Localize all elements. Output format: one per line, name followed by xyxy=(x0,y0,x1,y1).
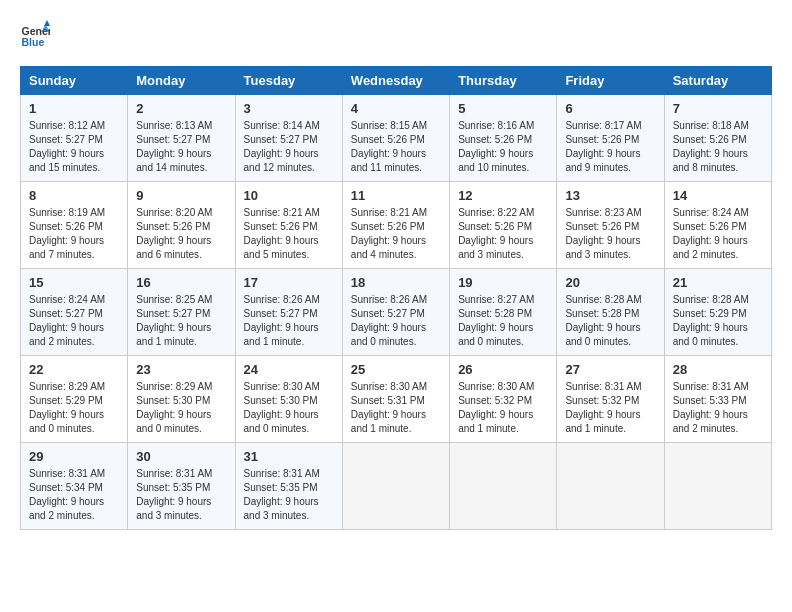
day-number: 11 xyxy=(351,188,441,203)
calendar-cell: 29 Sunrise: 8:31 AM Sunset: 5:34 PM Dayl… xyxy=(21,443,128,530)
day-info: Sunrise: 8:31 AM Sunset: 5:35 PM Dayligh… xyxy=(136,467,226,523)
day-number: 26 xyxy=(458,362,548,377)
weekday-header-row: SundayMondayTuesdayWednesdayThursdayFrid… xyxy=(21,67,772,95)
day-info: Sunrise: 8:19 AM Sunset: 5:26 PM Dayligh… xyxy=(29,206,119,262)
calendar-cell: 11 Sunrise: 8:21 AM Sunset: 5:26 PM Dayl… xyxy=(342,182,449,269)
day-info: Sunrise: 8:27 AM Sunset: 5:28 PM Dayligh… xyxy=(458,293,548,349)
calendar-cell: 19 Sunrise: 8:27 AM Sunset: 5:28 PM Dayl… xyxy=(450,269,557,356)
calendar-cell: 7 Sunrise: 8:18 AM Sunset: 5:26 PM Dayli… xyxy=(664,95,771,182)
calendar-cell: 2 Sunrise: 8:13 AM Sunset: 5:27 PM Dayli… xyxy=(128,95,235,182)
calendar-cell: 13 Sunrise: 8:23 AM Sunset: 5:26 PM Dayl… xyxy=(557,182,664,269)
day-info: Sunrise: 8:24 AM Sunset: 5:27 PM Dayligh… xyxy=(29,293,119,349)
calendar-body: 1 Sunrise: 8:12 AM Sunset: 5:27 PM Dayli… xyxy=(21,95,772,530)
calendar-cell: 10 Sunrise: 8:21 AM Sunset: 5:26 PM Dayl… xyxy=(235,182,342,269)
logo-icon: General Blue xyxy=(20,20,50,50)
calendar-table: SundayMondayTuesdayWednesdayThursdayFrid… xyxy=(20,66,772,530)
weekday-header-sunday: Sunday xyxy=(21,67,128,95)
day-info: Sunrise: 8:17 AM Sunset: 5:26 PM Dayligh… xyxy=(565,119,655,175)
day-number: 15 xyxy=(29,275,119,290)
day-number: 8 xyxy=(29,188,119,203)
calendar-cell: 8 Sunrise: 8:19 AM Sunset: 5:26 PM Dayli… xyxy=(21,182,128,269)
calendar-cell xyxy=(557,443,664,530)
calendar-cell xyxy=(664,443,771,530)
day-info: Sunrise: 8:14 AM Sunset: 5:27 PM Dayligh… xyxy=(244,119,334,175)
day-info: Sunrise: 8:13 AM Sunset: 5:27 PM Dayligh… xyxy=(136,119,226,175)
calendar-cell: 16 Sunrise: 8:25 AM Sunset: 5:27 PM Dayl… xyxy=(128,269,235,356)
page-header: General Blue xyxy=(20,20,772,50)
calendar-cell: 24 Sunrise: 8:30 AM Sunset: 5:30 PM Dayl… xyxy=(235,356,342,443)
day-info: Sunrise: 8:28 AM Sunset: 5:28 PM Dayligh… xyxy=(565,293,655,349)
calendar-week-2: 8 Sunrise: 8:19 AM Sunset: 5:26 PM Dayli… xyxy=(21,182,772,269)
day-number: 27 xyxy=(565,362,655,377)
day-number: 2 xyxy=(136,101,226,116)
calendar-week-5: 29 Sunrise: 8:31 AM Sunset: 5:34 PM Dayl… xyxy=(21,443,772,530)
day-info: Sunrise: 8:30 AM Sunset: 5:30 PM Dayligh… xyxy=(244,380,334,436)
logo: General Blue xyxy=(20,20,50,50)
calendar-cell: 22 Sunrise: 8:29 AM Sunset: 5:29 PM Dayl… xyxy=(21,356,128,443)
calendar-cell: 5 Sunrise: 8:16 AM Sunset: 5:26 PM Dayli… xyxy=(450,95,557,182)
day-info: Sunrise: 8:21 AM Sunset: 5:26 PM Dayligh… xyxy=(351,206,441,262)
day-info: Sunrise: 8:29 AM Sunset: 5:29 PM Dayligh… xyxy=(29,380,119,436)
calendar-cell: 23 Sunrise: 8:29 AM Sunset: 5:30 PM Dayl… xyxy=(128,356,235,443)
calendar-cell xyxy=(450,443,557,530)
day-info: Sunrise: 8:28 AM Sunset: 5:29 PM Dayligh… xyxy=(673,293,763,349)
calendar-week-3: 15 Sunrise: 8:24 AM Sunset: 5:27 PM Dayl… xyxy=(21,269,772,356)
calendar-cell: 12 Sunrise: 8:22 AM Sunset: 5:26 PM Dayl… xyxy=(450,182,557,269)
calendar-cell: 4 Sunrise: 8:15 AM Sunset: 5:26 PM Dayli… xyxy=(342,95,449,182)
day-info: Sunrise: 8:12 AM Sunset: 5:27 PM Dayligh… xyxy=(29,119,119,175)
day-info: Sunrise: 8:25 AM Sunset: 5:27 PM Dayligh… xyxy=(136,293,226,349)
day-number: 4 xyxy=(351,101,441,116)
calendar-cell: 27 Sunrise: 8:31 AM Sunset: 5:32 PM Dayl… xyxy=(557,356,664,443)
day-info: Sunrise: 8:15 AM Sunset: 5:26 PM Dayligh… xyxy=(351,119,441,175)
day-number: 22 xyxy=(29,362,119,377)
weekday-header-wednesday: Wednesday xyxy=(342,67,449,95)
day-info: Sunrise: 8:29 AM Sunset: 5:30 PM Dayligh… xyxy=(136,380,226,436)
calendar-cell: 1 Sunrise: 8:12 AM Sunset: 5:27 PM Dayli… xyxy=(21,95,128,182)
day-number: 14 xyxy=(673,188,763,203)
day-info: Sunrise: 8:20 AM Sunset: 5:26 PM Dayligh… xyxy=(136,206,226,262)
calendar-cell: 25 Sunrise: 8:30 AM Sunset: 5:31 PM Dayl… xyxy=(342,356,449,443)
weekday-header-tuesday: Tuesday xyxy=(235,67,342,95)
day-info: Sunrise: 8:22 AM Sunset: 5:26 PM Dayligh… xyxy=(458,206,548,262)
day-info: Sunrise: 8:16 AM Sunset: 5:26 PM Dayligh… xyxy=(458,119,548,175)
calendar-cell: 26 Sunrise: 8:30 AM Sunset: 5:32 PM Dayl… xyxy=(450,356,557,443)
day-number: 16 xyxy=(136,275,226,290)
day-number: 28 xyxy=(673,362,763,377)
svg-text:Blue: Blue xyxy=(22,36,45,48)
day-number: 31 xyxy=(244,449,334,464)
day-number: 25 xyxy=(351,362,441,377)
day-number: 18 xyxy=(351,275,441,290)
calendar-cell: 3 Sunrise: 8:14 AM Sunset: 5:27 PM Dayli… xyxy=(235,95,342,182)
day-info: Sunrise: 8:31 AM Sunset: 5:33 PM Dayligh… xyxy=(673,380,763,436)
calendar-cell: 28 Sunrise: 8:31 AM Sunset: 5:33 PM Dayl… xyxy=(664,356,771,443)
calendar-cell: 18 Sunrise: 8:26 AM Sunset: 5:27 PM Dayl… xyxy=(342,269,449,356)
calendar-cell xyxy=(342,443,449,530)
day-number: 10 xyxy=(244,188,334,203)
day-info: Sunrise: 8:21 AM Sunset: 5:26 PM Dayligh… xyxy=(244,206,334,262)
calendar-cell: 21 Sunrise: 8:28 AM Sunset: 5:29 PM Dayl… xyxy=(664,269,771,356)
day-number: 23 xyxy=(136,362,226,377)
calendar-cell: 17 Sunrise: 8:26 AM Sunset: 5:27 PM Dayl… xyxy=(235,269,342,356)
weekday-header-thursday: Thursday xyxy=(450,67,557,95)
day-number: 6 xyxy=(565,101,655,116)
svg-marker-2 xyxy=(44,20,50,26)
day-info: Sunrise: 8:23 AM Sunset: 5:26 PM Dayligh… xyxy=(565,206,655,262)
calendar-cell: 30 Sunrise: 8:31 AM Sunset: 5:35 PM Dayl… xyxy=(128,443,235,530)
calendar-cell: 9 Sunrise: 8:20 AM Sunset: 5:26 PM Dayli… xyxy=(128,182,235,269)
day-number: 9 xyxy=(136,188,226,203)
calendar-cell: 15 Sunrise: 8:24 AM Sunset: 5:27 PM Dayl… xyxy=(21,269,128,356)
day-info: Sunrise: 8:24 AM Sunset: 5:26 PM Dayligh… xyxy=(673,206,763,262)
weekday-header-saturday: Saturday xyxy=(664,67,771,95)
day-number: 21 xyxy=(673,275,763,290)
day-number: 12 xyxy=(458,188,548,203)
day-info: Sunrise: 8:31 AM Sunset: 5:32 PM Dayligh… xyxy=(565,380,655,436)
day-number: 5 xyxy=(458,101,548,116)
day-number: 30 xyxy=(136,449,226,464)
calendar-cell: 6 Sunrise: 8:17 AM Sunset: 5:26 PM Dayli… xyxy=(557,95,664,182)
day-info: Sunrise: 8:31 AM Sunset: 5:35 PM Dayligh… xyxy=(244,467,334,523)
day-number: 19 xyxy=(458,275,548,290)
day-number: 29 xyxy=(29,449,119,464)
day-number: 13 xyxy=(565,188,655,203)
day-number: 17 xyxy=(244,275,334,290)
weekday-header-friday: Friday xyxy=(557,67,664,95)
